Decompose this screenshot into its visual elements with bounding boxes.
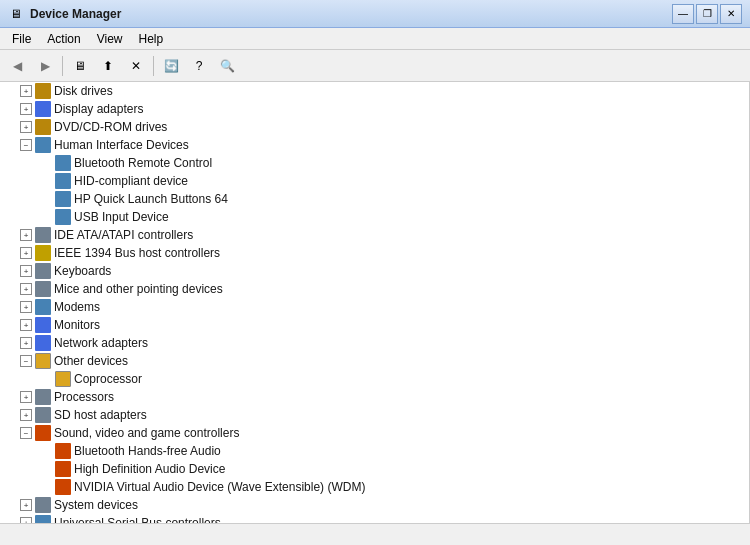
update-driver-button[interactable]: ⬆ bbox=[95, 54, 121, 78]
menu-item-file[interactable]: File bbox=[4, 30, 39, 48]
help-button[interactable]: ? bbox=[186, 54, 212, 78]
tree-item-monitors[interactable]: +Monitors bbox=[0, 316, 749, 334]
tree-item-sound[interactable]: −Sound, video and game controllers bbox=[0, 424, 749, 442]
tree-item-icon-hid-compliant bbox=[55, 173, 71, 189]
tree-expander[interactable]: − bbox=[20, 355, 32, 367]
minimize-button[interactable]: — bbox=[672, 4, 694, 24]
menu-item-view[interactable]: View bbox=[89, 30, 131, 48]
tree-item-icon-coprocessor bbox=[55, 371, 71, 387]
tree-item-label-mice: Mice and other pointing devices bbox=[54, 282, 223, 296]
tree-item-bluetooth-remote[interactable]: Bluetooth Remote Control bbox=[0, 154, 749, 172]
scan-hardware-button[interactable]: 🔍 bbox=[214, 54, 240, 78]
tree-expander[interactable]: + bbox=[20, 283, 32, 295]
tree-item-modems[interactable]: +Modems bbox=[0, 298, 749, 316]
tree-item-mice[interactable]: +Mice and other pointing devices bbox=[0, 280, 749, 298]
tree-item-label-display-adapters: Display adapters bbox=[54, 102, 143, 116]
tree-item-label-sound: Sound, video and game controllers bbox=[54, 426, 239, 440]
tree-item-label-ieee1394: IEEE 1394 Bus host controllers bbox=[54, 246, 220, 260]
tree-expander[interactable]: + bbox=[20, 499, 32, 511]
uninstall-button[interactable]: ✕ bbox=[123, 54, 149, 78]
tree-item-keyboards[interactable]: +Keyboards bbox=[0, 262, 749, 280]
tree-expander[interactable]: + bbox=[20, 265, 32, 277]
tree-expander[interactable]: + bbox=[20, 337, 32, 349]
tree-item-coprocessor[interactable]: Coprocessor bbox=[0, 370, 749, 388]
tree-item-icon-keyboards bbox=[35, 263, 51, 279]
tree-item-icon-ide bbox=[35, 227, 51, 243]
properties-button[interactable]: 🖥 bbox=[67, 54, 93, 78]
forward-button[interactable]: ▶ bbox=[32, 54, 58, 78]
tree-item-icon-other bbox=[35, 353, 51, 369]
tree-item-label-system: System devices bbox=[54, 498, 138, 512]
tree-item-label-modems: Modems bbox=[54, 300, 100, 314]
close-button[interactable]: ✕ bbox=[720, 4, 742, 24]
tree-expander[interactable]: + bbox=[20, 85, 32, 97]
tree-expander[interactable]: + bbox=[20, 517, 32, 523]
status-bar bbox=[0, 523, 750, 545]
tree-item-label-network: Network adapters bbox=[54, 336, 148, 350]
tree-item-hd-audio[interactable]: High Definition Audio Device bbox=[0, 460, 749, 478]
tree-item-label-monitors: Monitors bbox=[54, 318, 100, 332]
tree-item-hid-compliant[interactable]: HID-compliant device bbox=[0, 172, 749, 190]
back-button[interactable]: ◀ bbox=[4, 54, 30, 78]
tree-expander[interactable]: + bbox=[20, 121, 32, 133]
tree-expander[interactable]: + bbox=[20, 301, 32, 313]
tree-item-icon-usb-input bbox=[55, 209, 71, 225]
tree-item-network[interactable]: +Network adapters bbox=[0, 334, 749, 352]
tree-item-system[interactable]: +System devices bbox=[0, 496, 749, 514]
menu-item-help[interactable]: Help bbox=[131, 30, 172, 48]
tree-item-usb-input[interactable]: USB Input Device bbox=[0, 208, 749, 226]
tree-item-disk-drives[interactable]: +Disk drives bbox=[0, 82, 749, 100]
tree-expander bbox=[40, 211, 52, 223]
toolbar-separator-1 bbox=[62, 56, 63, 76]
tree-expander[interactable]: + bbox=[20, 409, 32, 421]
maximize-button[interactable]: ❐ bbox=[696, 4, 718, 24]
tree-expander[interactable]: + bbox=[20, 391, 32, 403]
tree-item-label-other: Other devices bbox=[54, 354, 128, 368]
tree-item-label-processors: Processors bbox=[54, 390, 114, 404]
tree-item-label-bluetooth-remote: Bluetooth Remote Control bbox=[74, 156, 212, 170]
tree-expander[interactable]: + bbox=[20, 247, 32, 259]
tree-item-icon-ieee1394 bbox=[35, 245, 51, 261]
scan-button[interactable]: 🔄 bbox=[158, 54, 184, 78]
tree-expander[interactable]: + bbox=[20, 229, 32, 241]
main-area: +Disk drives+Display adapters+DVD/CD-ROM… bbox=[0, 82, 750, 523]
tree-item-icon-network bbox=[35, 335, 51, 351]
toolbar-separator-2 bbox=[153, 56, 154, 76]
tree-item-icon-system bbox=[35, 497, 51, 513]
tree-item-icon-disk-drives bbox=[35, 83, 51, 99]
tree-expander[interactable]: − bbox=[20, 427, 32, 439]
tree-item-hid[interactable]: −Human Interface Devices bbox=[0, 136, 749, 154]
tree-expander[interactable]: + bbox=[20, 319, 32, 331]
tree-item-dvd-cdrom[interactable]: +DVD/CD-ROM drives bbox=[0, 118, 749, 136]
tree-item-ieee1394[interactable]: +IEEE 1394 Bus host controllers bbox=[0, 244, 749, 262]
tree-item-label-hd-audio: High Definition Audio Device bbox=[74, 462, 225, 476]
tree-item-display-adapters[interactable]: +Display adapters bbox=[0, 100, 749, 118]
tree-expander bbox=[40, 193, 52, 205]
tree-expander bbox=[40, 463, 52, 475]
tree-item-icon-dvd-cdrom bbox=[35, 119, 51, 135]
tree-item-icon-processors bbox=[35, 389, 51, 405]
tree-item-processors[interactable]: +Processors bbox=[0, 388, 749, 406]
title-bar: 🖥 Device Manager — ❐ ✕ bbox=[0, 0, 750, 28]
toolbar: ◀▶🖥⬆✕🔄?🔍 bbox=[0, 50, 750, 82]
tree-expander[interactable]: − bbox=[20, 139, 32, 151]
tree-item-other[interactable]: −Other devices bbox=[0, 352, 749, 370]
title-bar-text: Device Manager bbox=[30, 7, 670, 21]
tree-item-nvidia[interactable]: NVIDIA Virtual Audio Device (Wave Extens… bbox=[0, 478, 749, 496]
tree-item-usb[interactable]: +Universal Serial Bus controllers bbox=[0, 514, 749, 523]
tree-item-label-nvidia: NVIDIA Virtual Audio Device (Wave Extens… bbox=[74, 480, 365, 494]
tree-item-sd-host[interactable]: +SD host adapters bbox=[0, 406, 749, 424]
tree-item-label-usb: Universal Serial Bus controllers bbox=[54, 516, 221, 523]
tree-item-label-disk-drives: Disk drives bbox=[54, 84, 113, 98]
tree-item-icon-hid bbox=[35, 137, 51, 153]
tree-item-ide[interactable]: +IDE ATA/ATAPI controllers bbox=[0, 226, 749, 244]
menu-bar: FileActionViewHelp bbox=[0, 28, 750, 50]
tree-item-icon-bt-audio bbox=[55, 443, 71, 459]
tree-expander[interactable]: + bbox=[20, 103, 32, 115]
tree-item-hp-quick[interactable]: HP Quick Launch Buttons 64 bbox=[0, 190, 749, 208]
tree-item-label-hid-compliant: HID-compliant device bbox=[74, 174, 188, 188]
tree-item-icon-sd-host bbox=[35, 407, 51, 423]
tree-item-bt-audio[interactable]: Bluetooth Hands-free Audio bbox=[0, 442, 749, 460]
device-tree[interactable]: +Disk drives+Display adapters+DVD/CD-ROM… bbox=[0, 82, 750, 523]
menu-item-action[interactable]: Action bbox=[39, 30, 88, 48]
